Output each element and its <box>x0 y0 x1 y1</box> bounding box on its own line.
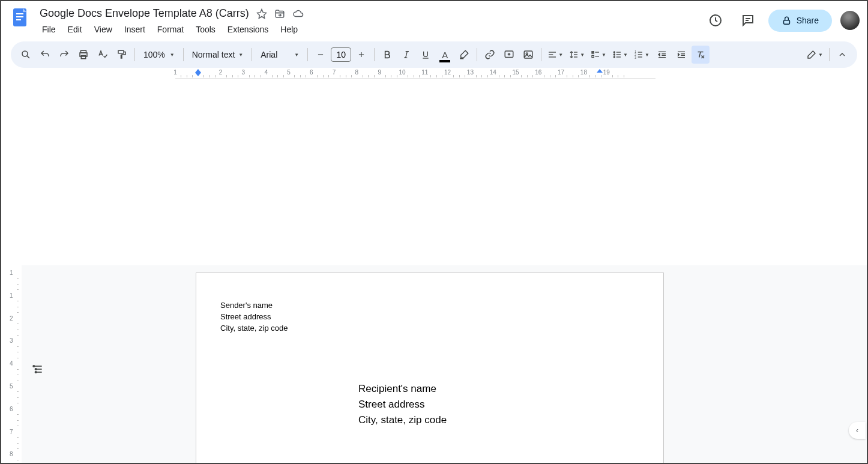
menu-tools[interactable]: Tools <box>191 22 220 37</box>
lock-icon <box>782 16 792 26</box>
svg-line-9 <box>27 56 29 58</box>
svg-point-59 <box>33 366 35 367</box>
numbered-list-dropdown[interactable]: 123▼ <box>631 46 652 64</box>
paint-format-icon[interactable] <box>113 46 131 64</box>
spellcheck-icon[interactable] <box>94 46 112 64</box>
template-title[interactable]: Google Docs Envelope Template A8 <box>220 462 639 463</box>
document-outline-icon[interactable] <box>28 359 48 379</box>
add-comment-icon[interactable] <box>500 46 518 64</box>
svg-rect-34 <box>592 55 594 57</box>
line-spacing-dropdown[interactable]: ▼ <box>567 46 587 64</box>
align-dropdown[interactable]: ▼ <box>545 46 565 64</box>
svg-point-61 <box>35 369 37 370</box>
menu-view[interactable]: View <box>89 22 117 37</box>
undo-icon[interactable] <box>36 46 54 64</box>
styles-dropdown[interactable]: Normal text▼ <box>187 46 249 64</box>
bold-icon[interactable] <box>378 46 396 64</box>
sender-name[interactable]: Sender's name <box>220 300 639 312</box>
recipient-street[interactable]: Street address <box>358 397 639 412</box>
svg-rect-2 <box>16 16 23 17</box>
svg-point-63 <box>35 372 37 373</box>
user-avatar[interactable] <box>840 11 860 30</box>
horizontal-ruler[interactable]: 112345678910111213141516171819 <box>175 68 656 79</box>
svg-point-36 <box>613 52 615 53</box>
svg-rect-24 <box>524 51 532 58</box>
svg-rect-13 <box>118 50 124 53</box>
increase-indent-icon[interactable] <box>672 46 690 64</box>
checklist-dropdown[interactable]: ▼ <box>588 46 609 64</box>
sender-city[interactable]: City, state, zip code <box>220 323 639 334</box>
collapse-toolbar-icon[interactable] <box>833 46 851 64</box>
side-panel-toggle-icon[interactable]: ‹ <box>849 422 866 439</box>
svg-point-37 <box>613 54 615 55</box>
svg-line-19 <box>406 52 408 58</box>
decrease-font-icon[interactable] <box>312 46 330 64</box>
increase-font-icon[interactable] <box>352 46 370 64</box>
clear-formatting-icon[interactable] <box>692 46 710 64</box>
document-title[interactable]: Google Docs Envelope Template A8 (Carrs) <box>37 6 252 21</box>
editing-mode-dropdown[interactable]: ▼ <box>804 46 825 64</box>
highlight-icon[interactable] <box>455 46 473 64</box>
menu-file[interactable]: File <box>37 22 61 37</box>
search-menus-icon[interactable] <box>17 46 35 64</box>
app-header: Google Docs Envelope Template A8 (Carrs)… <box>1 1 867 37</box>
last-edit-icon[interactable] <box>704 8 728 32</box>
docs-logo[interactable] <box>8 6 32 30</box>
star-icon[interactable] <box>256 8 267 19</box>
insert-image-icon[interactable] <box>519 46 537 64</box>
font-size-input[interactable]: 10 <box>331 47 351 62</box>
text-color-icon[interactable]: A <box>436 46 454 64</box>
menu-edit[interactable]: Edit <box>63 22 87 37</box>
sender-block[interactable]: Sender's name Street address City, state… <box>220 300 639 334</box>
recipient-block[interactable]: Recipient's name Street address City, st… <box>358 381 639 429</box>
vertical-ruler[interactable]: 112345678910111213 <box>1 265 22 463</box>
sender-street[interactable]: Street address <box>220 312 639 323</box>
toolbar: 100%▼ Normal text▼ Arial▼ 10 A ▼ ▼ ▼ ▼ 1… <box>11 41 857 68</box>
recipient-city[interactable]: City, state, zip code <box>358 412 639 428</box>
cloud-saved-icon[interactable] <box>292 8 304 19</box>
svg-point-38 <box>613 56 615 58</box>
svg-rect-7 <box>783 20 789 23</box>
zoom-dropdown[interactable]: 100%▼ <box>139 46 179 64</box>
font-dropdown[interactable]: Arial▼ <box>256 46 304 64</box>
redo-icon[interactable] <box>55 46 73 64</box>
italic-icon[interactable] <box>397 46 415 64</box>
menu-insert[interactable]: Insert <box>119 22 150 37</box>
recipient-name[interactable]: Recipient's name <box>358 381 639 397</box>
print-icon[interactable] <box>74 46 92 64</box>
comments-icon[interactable] <box>736 8 760 32</box>
svg-rect-1 <box>16 13 23 14</box>
menu-extensions[interactable]: Extensions <box>223 22 273 37</box>
svg-rect-3 <box>16 19 21 20</box>
insert-link-icon[interactable] <box>481 46 499 64</box>
share-label: Share <box>797 16 819 25</box>
menu-bar: File Edit View Insert Format Tools Exten… <box>37 22 704 37</box>
svg-point-8 <box>22 51 28 56</box>
document-page[interactable]: Sender's name Street address City, state… <box>196 273 664 463</box>
decrease-indent-icon[interactable] <box>653 46 671 64</box>
menu-help[interactable]: Help <box>276 22 303 37</box>
underline-icon[interactable] <box>417 46 435 64</box>
share-button[interactable]: Share <box>768 10 832 32</box>
svg-text:3: 3 <box>634 56 636 59</box>
move-icon[interactable] <box>274 8 285 19</box>
bullet-list-dropdown[interactable]: ▼ <box>610 46 630 64</box>
menu-format[interactable]: Format <box>152 22 188 37</box>
